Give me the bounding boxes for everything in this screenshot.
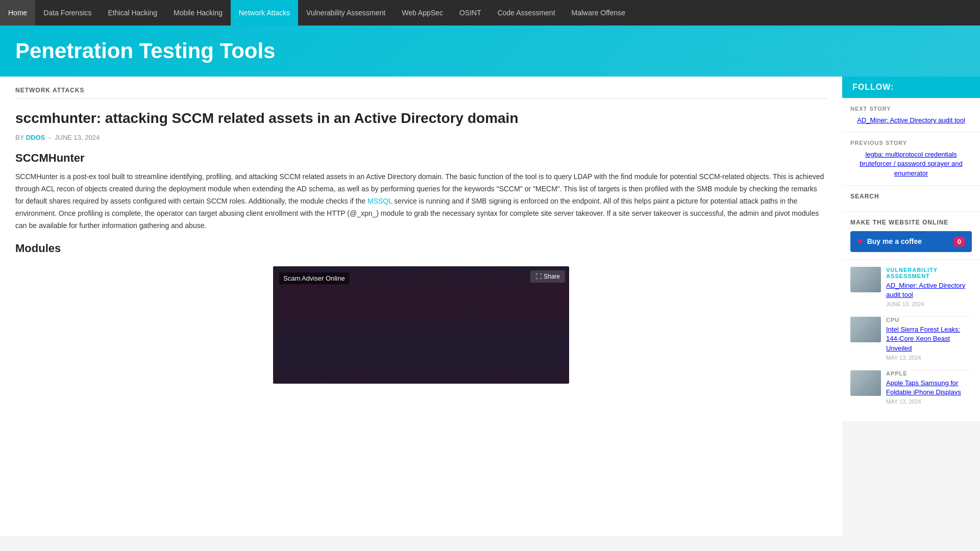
news-title-link-1[interactable]: Intel Sierra Forest Leaks: 144-Core Xeon… xyxy=(886,325,960,352)
news-title-2: Apple Taps Samsung for Foldable iPhone D… xyxy=(886,379,972,397)
site-title[interactable]: Penetration Testing Tools xyxy=(15,39,275,63)
news-date-2: MAY 13, 2024 xyxy=(886,398,972,405)
video-embed: Scam Adviser Online ⛶ Share xyxy=(273,266,569,384)
video-label: Scam Adviser Online xyxy=(279,272,349,284)
news-title-link-2[interactable]: Apple Taps Samsung for Foldable iPhone D… xyxy=(886,379,961,396)
prev-story-label: PREVIOUS STORY xyxy=(850,140,972,146)
buy-coffee-label: Buy me a coffee xyxy=(867,237,922,245)
nav-item-home[interactable]: Home xyxy=(0,0,35,26)
news-date-1: MAY 13, 2024 xyxy=(886,355,972,361)
news-item-0: VULNERABILITY ASSESSMENTAD_Miner: Active… xyxy=(850,267,972,307)
nav-item-mobile-hacking[interactable]: Mobile Hacking xyxy=(165,0,231,26)
news-item-2: APPLEApple Taps Samsung for Foldable iPh… xyxy=(850,370,972,405)
news-info-2: APPLEApple Taps Samsung for Foldable iPh… xyxy=(886,370,972,405)
heart-icon: ♥ xyxy=(857,236,863,247)
share-icon: ⛶ xyxy=(535,273,542,280)
follow-bar: FOLLOW: xyxy=(842,77,980,98)
video-container: Scam Adviser Online ⛶ Share xyxy=(15,261,827,389)
nav-item-malware-offense[interactable]: Malware Offense xyxy=(564,0,634,26)
news-category-2: APPLE xyxy=(886,370,972,377)
article-paragraph-1: SCCMHunter is a post-ex tool built to st… xyxy=(15,171,827,232)
news-title-link-0[interactable]: AD_Miner: Active Directory audit tool xyxy=(886,282,965,298)
next-story-label: NEXT STORY xyxy=(850,106,972,112)
make-online-section: MAKE THE WEBSITE ONLINE ♥ Buy me a coffe… xyxy=(842,211,980,259)
news-thumbnail-0 xyxy=(850,267,881,292)
prev-story-title: legba: multiprotocol credentials brutefo… xyxy=(850,150,972,178)
next-story-section: NEXT STORY AD_Miner: Active Directory au… xyxy=(842,98,980,132)
category-label: NETWORK ATTACKS xyxy=(15,87,827,99)
prev-story-link[interactable]: legba: multiprotocol credentials brutefo… xyxy=(860,151,963,177)
news-item-1: CPUIntel Sierra Forest Leaks: 144-Core X… xyxy=(850,317,972,361)
news-category-0: VULNERABILITY ASSESSMENT xyxy=(886,267,972,279)
next-story-link[interactable]: AD_Miner: Active Directory audit tool xyxy=(857,116,965,124)
nav-item-code-assessment[interactable]: Code Assessment xyxy=(489,0,564,26)
news-thumbnail-1 xyxy=(850,317,881,342)
article-body: SCCMHunter SCCMHunter is a post-ex tool … xyxy=(15,152,827,389)
search-label: SEARCH xyxy=(850,193,972,200)
search-section: SEARCH xyxy=(842,185,980,211)
main-nav: HomeData ForensicsEthical HackingMobile … xyxy=(0,0,980,26)
sidebar-news-section: VULNERABILITY ASSESSMENTAD_Miner: Active… xyxy=(842,259,980,421)
nav-item-vulnerability-assessment[interactable]: Vulnerability Assessment xyxy=(298,0,394,26)
nav-item-ethical-hacking[interactable]: Ethical Hacking xyxy=(100,0,166,26)
mssql-link[interactable]: MSSQL xyxy=(368,197,393,205)
nav-item-network-attacks[interactable]: Network Attacks xyxy=(231,0,298,26)
video-share-button[interactable]: ⛶ Share xyxy=(530,270,565,283)
news-title-0: AD_Miner: Active Directory audit tool xyxy=(886,281,972,299)
author-link[interactable]: DDOS xyxy=(26,134,45,141)
section-heading-sccmhunter: SCCMHunter xyxy=(15,152,827,165)
prev-story-section: PREVIOUS STORY legba: multiprotocol cred… xyxy=(842,132,980,185)
news-info-1: CPUIntel Sierra Forest Leaks: 144-Core X… xyxy=(886,317,972,361)
buy-coffee-button[interactable]: ♥ Buy me a coffee 0 xyxy=(850,231,972,252)
news-title-1: Intel Sierra Forest Leaks: 144-Core Xeon… xyxy=(886,325,972,353)
section-heading-modules: Modules xyxy=(15,242,827,255)
main-content: NETWORK ATTACKS sccmhunter: attacking SC… xyxy=(0,77,842,536)
article-date: JUNE 13, 2024 xyxy=(55,134,100,141)
buy-coffee-left: ♥ Buy me a coffee xyxy=(857,236,922,247)
news-category-1: CPU xyxy=(886,317,972,323)
site-header: Penetration Testing Tools xyxy=(0,26,980,77)
news-date-0: JUNE 13, 2024 xyxy=(886,301,972,307)
nav-item-web-appsec[interactable]: Web AppSec xyxy=(394,0,451,26)
make-online-label: MAKE THE WEBSITE ONLINE xyxy=(850,219,972,226)
coffee-count-badge: 0 xyxy=(954,237,965,246)
nav-item-data-forensics[interactable]: Data Forensics xyxy=(35,0,100,26)
article-title: sccmhunter: attacking SCCM related asset… xyxy=(15,109,827,128)
nav-item-osint[interactable]: OSINT xyxy=(451,0,489,26)
share-label: Share xyxy=(544,273,560,280)
sidebar: FOLLOW: NEXT STORY AD_Miner: Active Dire… xyxy=(842,77,980,536)
article-meta: BY DDOS - JUNE 13, 2024 xyxy=(15,134,827,141)
news-info-0: VULNERABILITY ASSESSMENTAD_Miner: Active… xyxy=(886,267,972,307)
next-story-title: AD_Miner: Active Directory audit tool xyxy=(850,116,972,125)
news-thumbnail-2 xyxy=(850,370,881,396)
